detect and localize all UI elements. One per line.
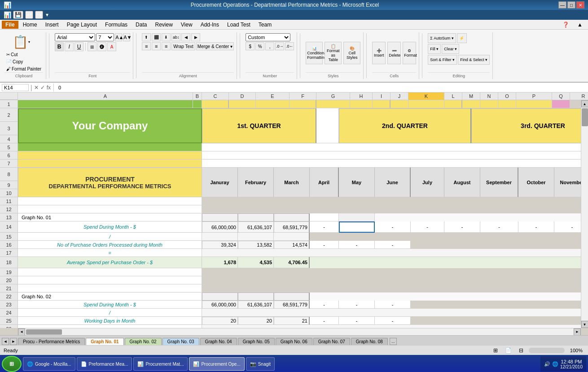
text-orient-btn[interactable]: ab↕ [171,33,180,41]
month-nov[interactable]: November [554,168,581,197]
cell-a21[interactable] [18,284,202,292]
month-sep[interactable]: September [480,168,518,197]
view-layout-btn[interactable]: 📄 [503,347,513,354]
cut-btn[interactable]: ✂Cut [4,51,43,58]
cell-a5[interactable] [18,143,202,151]
cell-a25[interactable]: Working Days in Month [18,317,202,325]
cell-e25-mar[interactable]: 21 [274,317,310,325]
cell-c1[interactable] [202,100,229,108]
col-header-M[interactable]: M [462,93,480,100]
col-header-F[interactable]: F [290,93,316,100]
cell-a19[interactable] [18,268,202,276]
font-decrease-btn[interactable]: A▼ [123,33,130,41]
cell-p1[interactable] [516,100,552,108]
formula-insert-btn[interactable]: fx [47,84,51,91]
month-jul[interactable]: July [411,168,444,197]
autosum-btn[interactable]: Σ AutoSum ▾ [428,33,456,43]
row-header-23[interactable]: 23 [0,301,18,309]
col-header-G[interactable]: G [316,93,350,100]
decimal-decrease-btn[interactable]: .0← [285,42,294,50]
row-header-25[interactable]: 25 [0,317,18,325]
row-header-7[interactable]: 7 [0,159,18,168]
menu-view[interactable]: View [177,21,196,29]
scroll-down-btn[interactable]: ▼ [581,321,588,328]
col-header-O[interactable]: O [498,93,516,100]
cell-b1[interactable] [193,100,202,108]
delete-btn[interactable]: ➖Delete [387,42,401,64]
close-btn[interactable]: ✕ [576,1,584,9]
cell-g16[interactable]: - [339,241,375,249]
paste-btn[interactable]: 📋 ▾ [10,33,37,51]
taskbar-ie[interactable]: 🌐 Google - Mozilla... [23,357,75,371]
col-header-P[interactable]: P [516,93,552,100]
scroll-thumb[interactable] [582,108,588,126]
menu-addins[interactable]: Add-Ins [197,21,223,29]
formula-input[interactable] [57,84,586,91]
cell-f14-apr[interactable]: - [310,221,339,233]
cell-c25-jan[interactable]: 20 [202,317,238,325]
cell-d22[interactable] [238,292,274,301]
row-header-10[interactable]: 10 [0,189,18,197]
row-header-2[interactable]: 2 [0,108,18,122]
minimize-ribbon-btn[interactable]: ▲ [574,21,586,29]
cell-d25-feb[interactable]: 20 [238,317,274,325]
cell-f1[interactable] [290,100,316,108]
cell-a7[interactable] [18,159,202,168]
cell-c14-jan[interactable]: 66,000,000 [202,221,238,233]
cell-d23-feb[interactable]: 61,636,107 [238,301,274,309]
align-top-btn[interactable]: ⬆ [142,33,151,41]
cell-a11[interactable] [18,197,202,205]
cell-a12[interactable] [18,205,202,213]
tab-graph03[interactable]: Graph No. 03 [162,338,199,345]
minimize-btn[interactable]: — [558,1,566,9]
cell-a16[interactable]: No of Purchase Orders Processed during M… [18,241,202,249]
qa-dropdown-arrow[interactable]: ▾ [45,12,49,18]
col-header-E[interactable]: E [256,93,290,100]
col-header-K[interactable]: K [408,93,444,100]
taskbar-snagit[interactable]: 📷 Snagit [246,357,275,371]
merge-center-btn[interactable]: Merge & Center ▾ [196,42,234,50]
sort-filter-btn[interactable]: Sort & Filter ▾ [428,55,457,65]
copy-btn[interactable]: 📄Copy [4,58,43,65]
underline-btn[interactable]: U [75,42,83,51]
cell-h16[interactable]: - [375,241,411,249]
menu-loadtest[interactable]: Load Test [224,21,254,29]
cell-a22-graph02[interactable]: Graph No. 02 [18,292,202,301]
cell-c22[interactable] [202,292,238,301]
zoom-slider[interactable] [529,348,565,353]
cell-d14-feb[interactable]: 61,636,107 [238,221,274,233]
cell-k1[interactable] [408,100,444,108]
row-header-5[interactable]: 5 [0,143,18,151]
month-feb[interactable]: February [238,168,274,197]
cell-a6[interactable] [18,151,202,159]
format-painter-btn[interactable]: 🖌Format Painter [4,66,43,72]
fill-color-btn[interactable]: 🅐 [97,42,106,51]
cell-d13[interactable] [238,213,274,221]
maximize-btn[interactable]: □ [567,1,575,9]
comma-btn[interactable]: , [265,42,274,50]
menu-insert[interactable]: Insert [42,21,62,29]
cell-f23[interactable]: - [310,301,339,309]
menu-team[interactable]: Team [255,21,275,29]
menu-pagelayout[interactable]: Page Layout [63,21,101,29]
month-mar[interactable]: March [274,168,310,197]
insert-btn[interactable]: ➕Insert [372,42,386,64]
col-header-R[interactable]: R [570,93,588,100]
help-icon[interactable]: ❓ [559,21,573,29]
cell-g23[interactable]: - [339,301,375,309]
paste-arrow[interactable]: ▾ [28,40,30,44]
format-btn[interactable]: ⚙Format [403,42,416,64]
cell-i1[interactable] [373,100,391,108]
find-select-btn[interactable]: Find & Select ▾ [458,55,490,65]
row-header-3[interactable]: 3 [0,122,18,135]
row-header-26[interactable]: 26 [0,325,18,328]
cell-h23[interactable]: - [375,301,411,309]
row-header-11[interactable]: 11 [0,197,18,205]
cell-quarter2[interactable]: 2nd. QUARTER [339,108,471,143]
cell-a15[interactable]: / [18,233,202,241]
row-header-15[interactable]: 15 [0,233,18,241]
month-apr[interactable]: April [310,168,339,197]
tab-graph01[interactable]: Graph No. 01 [86,338,123,345]
cell-e1[interactable] [256,100,290,108]
row-header-4[interactable]: 4 [0,135,18,143]
